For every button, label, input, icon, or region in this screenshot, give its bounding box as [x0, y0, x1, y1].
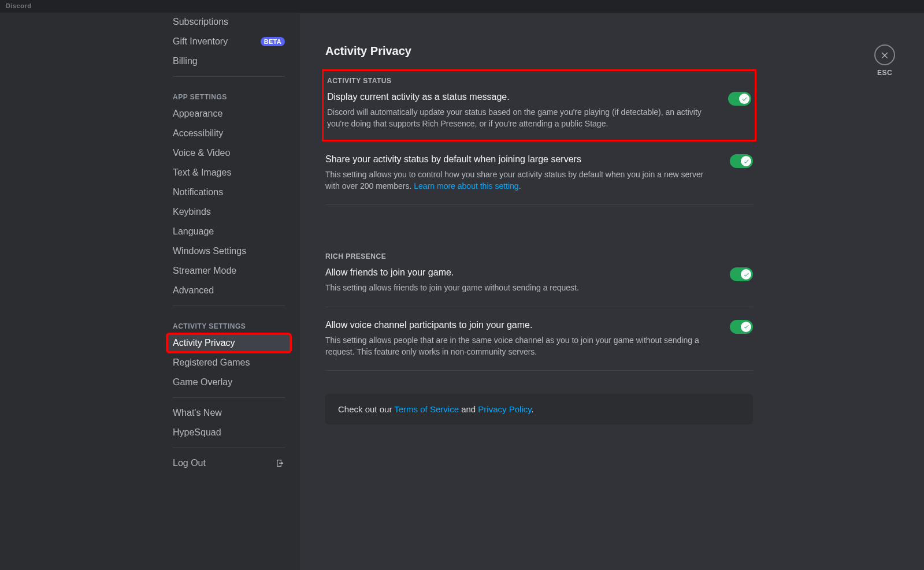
sidebar-item-registered-games[interactable]: Registered Games — [167, 353, 291, 372]
check-icon — [743, 271, 749, 278]
sidebar-divider — [173, 76, 285, 77]
setting-desc: This setting allows friends to join your… — [325, 282, 579, 294]
toggle-share-large-servers[interactable] — [730, 154, 753, 168]
sidebar-item-label: What's New — [173, 408, 222, 418]
sidebar-item-text-images[interactable]: Text & Images — [167, 163, 291, 182]
sidebar-item-billing[interactable]: Billing — [167, 52, 291, 70]
sidebar-item-label: Gift Inventory — [173, 36, 228, 47]
section-header-activity-status: ACTIVITY STATUS — [327, 77, 751, 85]
sidebar-item-notifications[interactable]: Notifications — [167, 183, 291, 202]
sidebar-item-label: Registered Games — [173, 357, 250, 368]
sidebar-item-label: Billing — [173, 56, 198, 66]
close-icon — [880, 50, 889, 59]
setting-divider — [325, 204, 753, 205]
sidebar-item-label: Notifications — [173, 187, 223, 198]
toggle-knob — [741, 156, 751, 166]
sidebar-item-streamer-mode[interactable]: Streamer Mode — [167, 262, 291, 280]
toggle-display-activity[interactable] — [728, 92, 751, 106]
highlighted-setting-block: ACTIVITY STATUS Display current activity… — [322, 69, 756, 141]
tos-link[interactable]: Terms of Service — [394, 404, 459, 414]
sidebar-item-label: Activity Privacy — [173, 338, 235, 348]
toggle-knob — [741, 322, 751, 332]
setting-divider — [325, 307, 753, 307]
check-icon — [743, 323, 749, 330]
privacy-link[interactable]: Privacy Policy — [478, 404, 531, 414]
toggle-allow-voice-join[interactable] — [730, 320, 753, 334]
check-icon — [743, 158, 749, 165]
setting-title-allow-voice-join: Allow voice channel participants to join… — [325, 320, 718, 330]
sidebar-item-label: Log Out — [173, 458, 206, 468]
toggle-knob — [741, 269, 751, 280]
setting-desc: Discord will automatically update your s… — [327, 107, 717, 129]
sidebar-item-label: Keybinds — [173, 207, 211, 217]
close-button[interactable] — [874, 44, 895, 65]
sidebar-section-app-settings: APP SETTINGS — [167, 83, 291, 105]
check-icon — [741, 96, 748, 102]
sidebar-item-label: Language — [173, 226, 214, 237]
sidebar-item-label: Accessibility — [173, 128, 223, 139]
sidebar-item-label: Windows Settings — [173, 246, 246, 256]
sidebar-item-label: Appearance — [173, 109, 222, 119]
sidebar-item-language[interactable]: Language — [167, 222, 291, 241]
learn-more-link[interactable]: Learn more about this setting — [414, 181, 518, 191]
beta-badge: BETA — [261, 37, 285, 46]
sidebar-item-logout[interactable]: Log Out — [167, 454, 291, 472]
logout-icon — [276, 459, 285, 468]
setting-divider — [325, 370, 753, 371]
tos-notice: Check out our Terms of Service and Priva… — [325, 394, 753, 424]
window-titlebar: Discord — [0, 0, 924, 13]
close-label: ESC — [877, 69, 892, 77]
settings-sidebar: Subscriptions Gift Inventory BETA Billin… — [0, 13, 300, 570]
sidebar-item-label: Text & Images — [173, 167, 231, 178]
sidebar-divider — [173, 448, 285, 448]
setting-title-allow-friends-join: Allow friends to join your game. — [325, 267, 579, 278]
sidebar-item-label: Subscriptions — [173, 17, 228, 27]
sidebar-item-label: Advanced — [173, 285, 214, 296]
sidebar-item-appearance[interactable]: Appearance — [167, 105, 291, 123]
sidebar-item-subscriptions[interactable]: Subscriptions — [167, 13, 291, 31]
sidebar-item-gift-inventory[interactable]: Gift Inventory BETA — [167, 32, 291, 51]
sidebar-item-advanced[interactable]: Advanced — [167, 281, 291, 300]
sidebar-item-label: Streamer Mode — [173, 266, 236, 276]
setting-title-share-large-servers: Share your activity status by default wh… — [325, 154, 718, 165]
settings-content: ESC Activity Privacy ACTIVITY STATUS Dis… — [300, 13, 924, 570]
sidebar-item-whats-new[interactable]: What's New — [167, 404, 291, 422]
sidebar-item-accessibility[interactable]: Accessibility — [167, 124, 291, 143]
sidebar-item-voice-video[interactable]: Voice & Video — [167, 144, 291, 162]
setting-desc: This setting allows people that are in t… — [325, 335, 718, 357]
section-header-rich-presence: RICH PRESENCE — [325, 252, 753, 260]
sidebar-item-windows-settings[interactable]: Windows Settings — [167, 242, 291, 260]
sidebar-item-label: Voice & Video — [173, 148, 230, 158]
setting-title-display-activity: Display current activity as a status mes… — [327, 92, 717, 102]
sidebar-divider — [173, 306, 285, 306]
sidebar-item-hypesquad[interactable]: HypeSquad — [167, 423, 291, 442]
toggle-knob — [739, 94, 749, 104]
sidebar-item-activity-privacy[interactable]: Activity Privacy — [167, 334, 291, 352]
page-title: Activity Privacy — [325, 44, 753, 58]
sidebar-item-game-overlay[interactable]: Game Overlay — [167, 373, 291, 392]
setting-desc: This setting allows you to control how y… — [325, 169, 718, 192]
toggle-allow-friends-join[interactable] — [730, 267, 753, 281]
sidebar-item-label: HypeSquad — [173, 427, 221, 438]
sidebar-section-activity-settings: ACTIVITY SETTINGS — [167, 312, 291, 334]
sidebar-item-keybinds[interactable]: Keybinds — [167, 203, 291, 221]
sidebar-divider — [173, 397, 285, 398]
sidebar-item-label: Game Overlay — [173, 377, 232, 388]
